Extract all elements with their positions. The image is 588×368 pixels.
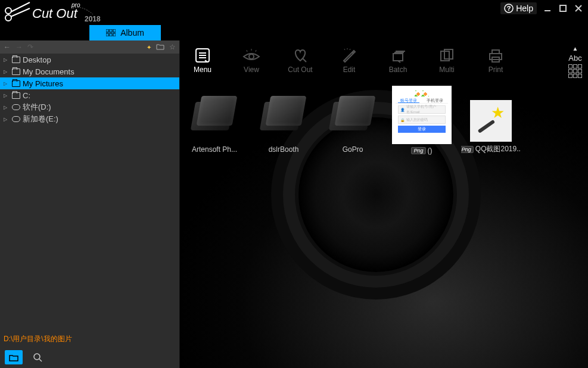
chevron-right-icon: ▷ xyxy=(4,105,10,110)
svg-rect-25 xyxy=(492,50,499,54)
current-path: D:\用户目录\我的图片 xyxy=(0,332,179,347)
grid-view-button[interactable] xyxy=(568,64,582,78)
collapse-up-icon[interactable]: ▲ xyxy=(573,45,578,52)
item-label: GoPro xyxy=(323,145,382,154)
tool-label: View xyxy=(244,66,259,74)
folder-icon xyxy=(12,80,20,87)
tree-item-e[interactable]: ▷ 新加卷(E:) xyxy=(0,113,179,125)
tool-menu[interactable]: Menu xyxy=(187,45,218,74)
tree-item-desktop[interactable]: ▷ Desktop xyxy=(0,54,179,66)
nav-back-icon[interactable]: ← xyxy=(4,43,11,51)
tool-label: Menu xyxy=(194,66,211,74)
chevron-right-icon: ▷ xyxy=(4,93,10,98)
svg-rect-10 xyxy=(110,29,112,32)
chevron-right-icon: ▷ xyxy=(4,81,10,86)
gallery-folder[interactable]: GoPro xyxy=(323,86,382,154)
folder-icon xyxy=(12,68,20,75)
sidebar: ← → ↷ ✦ ☆ ▷ Desktop ▷ My Documents ▷ xyxy=(0,40,180,368)
tool-label: Cut Out xyxy=(288,66,312,74)
gallery-image[interactable]: Png QQ截图2019... xyxy=(461,86,521,154)
tab-album-label: Album xyxy=(120,28,144,38)
grid-icon xyxy=(106,29,116,36)
thumbnail xyxy=(470,100,512,142)
tree-label: My Pictures xyxy=(23,79,63,88)
svg-point-1 xyxy=(5,8,11,14)
chevron-right-icon: ▷ xyxy=(4,57,10,63)
svg-rect-14 xyxy=(113,33,116,36)
content-area: Menu View Cut Out Edit xyxy=(180,40,588,368)
svg-point-21 xyxy=(249,54,254,59)
folder-icon xyxy=(12,92,20,99)
close-button[interactable] xyxy=(574,4,583,13)
svg-point-0 xyxy=(5,15,11,21)
tree-label: 新加卷(E:) xyxy=(23,114,58,124)
tool-cutout[interactable]: Cut Out xyxy=(285,45,316,74)
tool-label: Batch xyxy=(389,66,407,74)
tool-batch[interactable]: Batch xyxy=(382,45,413,74)
folder-icon xyxy=(329,93,377,135)
titlebar: Cut Out pro 2018 ? Help xyxy=(0,0,588,25)
nav-up-icon[interactable]: ↷ xyxy=(27,43,33,51)
tool-label: Edit xyxy=(343,66,356,74)
thumbnail: 账号登录手机登录 👤请输入手机号/用户名/Email 🔒输入您的密码 登录 xyxy=(392,86,452,144)
help-button[interactable]: ? Help xyxy=(500,2,537,14)
svg-point-15 xyxy=(34,354,40,360)
view-controls: ▲ Abc xyxy=(568,45,582,78)
svg-text:?: ? xyxy=(507,5,511,12)
maximize-button[interactable] xyxy=(558,4,568,13)
batch-icon xyxy=(390,45,406,66)
item-label: Png () xyxy=(392,146,452,155)
svg-rect-13 xyxy=(110,33,112,36)
tool-multi[interactable]: Multi xyxy=(431,45,462,74)
svg-rect-8 xyxy=(560,5,566,11)
tree-item-mypictures[interactable]: ▷ My Pictures xyxy=(0,77,179,89)
svg-rect-7 xyxy=(545,10,550,11)
tree-label: C: xyxy=(23,91,30,100)
folder-icon xyxy=(191,93,238,135)
png-badge: Png xyxy=(461,146,474,153)
minimize-button[interactable] xyxy=(543,4,552,13)
nav-forward-icon[interactable]: → xyxy=(15,43,23,51)
help-label: Help xyxy=(516,4,533,13)
search-button[interactable] xyxy=(29,350,46,364)
tool-label: Multi xyxy=(439,66,454,74)
tree-item-d[interactable]: ▷ 软件(D:) xyxy=(0,101,179,113)
chevron-right-icon: ▷ xyxy=(4,117,10,122)
new-folder-icon[interactable] xyxy=(156,43,164,52)
new-folder-plus-icon[interactable]: ✦ xyxy=(147,44,151,51)
tool-edit[interactable]: Edit xyxy=(334,45,365,74)
tree-label: 软件(D:) xyxy=(23,102,51,113)
tree-item-mydocuments[interactable]: ▷ My Documents xyxy=(0,66,179,77)
gallery-image[interactable]: 账号登录手机登录 👤请输入手机号/用户名/Email 🔒输入您的密码 登录 Pn… xyxy=(392,86,452,155)
item-label: Artensoft Ph... xyxy=(185,145,244,154)
item-label: Png QQ截图2019... xyxy=(461,144,521,154)
tool-view[interactable]: View xyxy=(236,45,267,74)
tree-item-c[interactable]: ▷ C: xyxy=(0,89,179,101)
view-folder-button[interactable] xyxy=(5,350,23,364)
drive-icon xyxy=(12,116,20,122)
edit-icon xyxy=(341,45,357,66)
tool-label: Print xyxy=(489,66,503,74)
folder-icon xyxy=(260,93,307,135)
sidebar-bottom-bar xyxy=(0,347,179,368)
svg-rect-9 xyxy=(106,29,108,32)
gallery-folder[interactable]: Artensoft Ph... xyxy=(185,86,244,154)
svg-rect-11 xyxy=(113,29,116,32)
menu-icon xyxy=(194,45,211,66)
sidebar-toolbar: ← → ↷ ✦ ☆ xyxy=(0,40,179,54)
tree-label: My Documents xyxy=(23,67,74,76)
app-logo: Cut Out pro 2018 xyxy=(0,0,108,25)
multi-icon xyxy=(438,45,455,66)
wand-icon xyxy=(470,100,512,142)
folder-tree: ▷ Desktop ▷ My Documents ▷ My Pictures ▷… xyxy=(0,54,179,125)
svg-line-16 xyxy=(39,359,42,361)
sort-abc-button[interactable]: Abc xyxy=(568,54,581,63)
chevron-right-icon: ▷ xyxy=(4,69,10,74)
drive-icon xyxy=(12,104,20,110)
tab-album[interactable]: Album xyxy=(89,25,161,40)
tool-print[interactable]: Print xyxy=(480,45,511,74)
gallery-folder[interactable]: dslrBooth xyxy=(254,86,313,154)
favorite-icon[interactable]: ☆ xyxy=(169,43,176,51)
print-icon xyxy=(487,45,504,66)
svg-rect-12 xyxy=(106,33,108,36)
